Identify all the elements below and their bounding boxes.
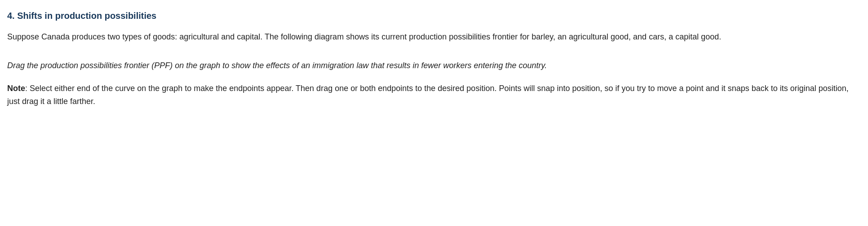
intro-paragraph: Suppose Canada produces two types of goo…: [7, 31, 852, 43]
note-paragraph: Note: Select either end of the curve on …: [7, 82, 852, 108]
note-body: Select either end of the curve on the gr…: [7, 84, 849, 106]
spacer-1: [7, 52, 861, 60]
section-heading: 4. Shifts in production possibilities: [7, 11, 861, 21]
note-label: Note: [7, 84, 25, 93]
instruction-paragraph: Drag the production possibilities fronti…: [7, 60, 852, 72]
